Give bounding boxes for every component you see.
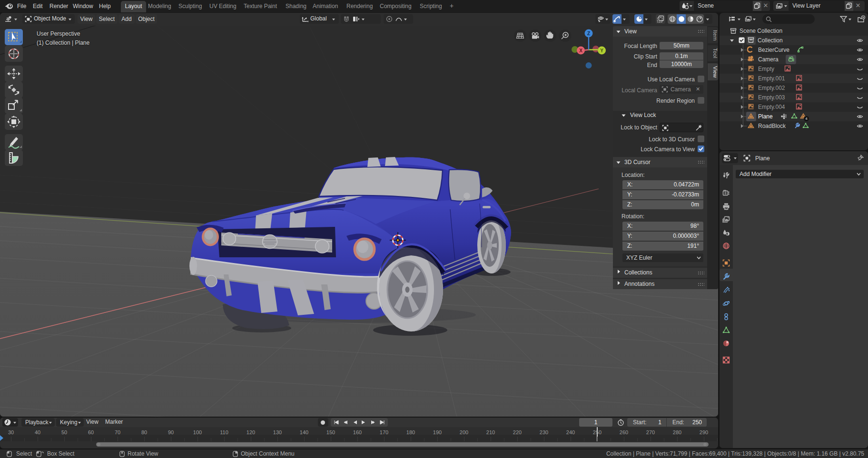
svg-text:Y: Y bbox=[600, 48, 603, 53]
svg-text:Z: Z bbox=[587, 31, 590, 36]
svg-text:X: X bbox=[579, 48, 582, 53]
